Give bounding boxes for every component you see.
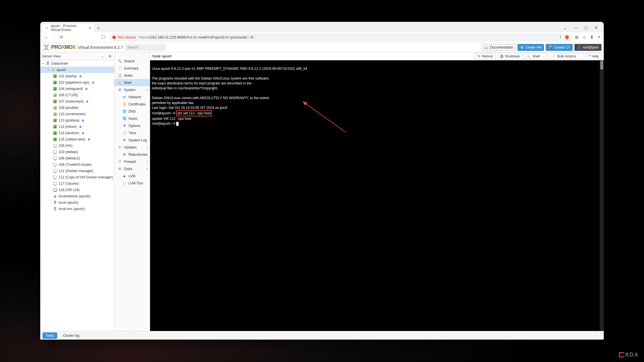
- vm-icon: [53, 188, 57, 191]
- tree-item[interactable]: 109 (ansible): [40, 105, 114, 111]
- tree-item-label: Datacenter: [51, 61, 68, 66]
- tree-item-label: 106 (debian2): [59, 156, 80, 160]
- menu-item-icon: 🕐: [122, 131, 126, 135]
- menu-item-label: Search: [124, 59, 135, 63]
- global-search-input[interactable]: Search: [125, 44, 166, 51]
- config-menu-item[interactable]: ⟳Updates▾: [114, 144, 150, 151]
- proxmox-favicon: [45, 26, 49, 30]
- tree-item-label: localnetwork (ayush): [59, 194, 90, 198]
- annotation-arrow: [302, 101, 354, 141]
- config-menu-item[interactable]: ⊞Repositories: [114, 151, 150, 158]
- tree-item-label: 109 (ansible): [59, 106, 78, 110]
- tree-item-label: 113 (grafana): [59, 118, 79, 122]
- config-menu-item[interactable]: ■LVM: [114, 172, 150, 180]
- menu-item-label: Disks: [124, 167, 132, 171]
- tree-item[interactable]: 115 (tandoor): [40, 130, 114, 136]
- config-menu-item[interactable]: ≣System Log: [114, 136, 150, 144]
- container-icon: [53, 106, 57, 109]
- config-menu-item[interactable]: □LVM-Thin: [114, 180, 150, 187]
- tree-item[interactable]: 114 (trilium): [40, 124, 114, 130]
- tree-item-label: 102 (paperless-ngx): [59, 80, 89, 84]
- tree-item[interactable]: 118 (VM 118): [40, 187, 114, 193]
- tree-item-label: 100 (HA): [59, 144, 72, 148]
- prompt-line: root@ayush:~# qm set 112 --cpu host: [152, 111, 212, 115]
- config-menu-item[interactable]: 🌐DNS: [114, 108, 150, 115]
- tree-item[interactable]: 112 (Copy-of-VM-Docker-manager): [40, 174, 114, 180]
- menu-item-label: LVM-Thin: [129, 181, 143, 185]
- back-button[interactable]: ‹: [43, 35, 50, 40]
- container-icon: [53, 138, 57, 141]
- tree-item[interactable]: 110 (zoneminder): [40, 111, 114, 117]
- tree-item[interactable]: 108 (TrueNAS-Scale): [40, 161, 114, 168]
- forward-button[interactable]: ›: [50, 35, 57, 40]
- cursor: [176, 122, 179, 126]
- tree-item[interactable]: 117 (Ubuntu): [40, 180, 114, 187]
- menu-item-icon: □: [122, 182, 126, 185]
- config-menu-item[interactable]: 📋Notes: [114, 72, 150, 79]
- tree-item[interactable]: 🗄local-lvm (ayush): [40, 206, 114, 212]
- menu-item-icon: ⊟: [118, 167, 122, 171]
- resource-tree-panel: Server View ⌄⚙ ▾🗄Datacenter▾🖥ayush101 (d…: [40, 52, 114, 234]
- tree-item[interactable]: 100 (HA): [40, 143, 114, 149]
- container-icon: [53, 74, 57, 78]
- tree-item[interactable]: ▾🗄Datacenter: [40, 60, 114, 67]
- tree-item[interactable]: 106 (debian2): [40, 155, 114, 161]
- tree-item-label: 114 (trilium): [59, 125, 77, 129]
- tree-item[interactable]: 113 (grafana): [40, 117, 114, 124]
- tree-item-label: 115 (tandoor): [59, 131, 79, 135]
- menu-item-label: Network: [129, 95, 141, 99]
- menu-item-icon: ■: [122, 174, 126, 178]
- gear-icon[interactable]: ⚙: [106, 54, 112, 58]
- menu-item-icon: 📋: [118, 74, 122, 77]
- menu-item-icon: 🛡: [118, 160, 122, 163]
- config-menu-item[interactable]: 🔍Search: [114, 57, 150, 65]
- tree-item[interactable]: ⊞localnetwork (ayush): [40, 193, 114, 199]
- config-menu-item[interactable]: ⚙Options: [114, 122, 150, 129]
- config-menu-item[interactable]: ⊟Disks▾: [114, 165, 150, 172]
- menu-item-icon: 📄: [118, 66, 122, 70]
- vm-icon: [53, 157, 57, 160]
- tree-item-label: local (ayush): [59, 201, 78, 205]
- status-dot: [82, 120, 84, 122]
- tree-item[interactable]: ▾🖥ayush: [40, 67, 114, 73]
- new-tab-button[interactable]: ＋: [94, 24, 102, 32]
- resource-tree: ▾🗄Datacenter▾🖥ayush101 (dashy)102 (paper…: [40, 60, 114, 234]
- status-dot: [79, 126, 81, 128]
- tree-item[interactable]: 104 (wireguard): [40, 86, 114, 92]
- browser-tab[interactable]: ayush - Proxmox Virtual Enviro ✕: [43, 24, 94, 32]
- config-menu-item[interactable]: 🕐Time: [114, 129, 150, 136]
- tree-item[interactable]: 102 (paperless-ngx): [40, 79, 114, 86]
- network-icon: ⊞: [53, 195, 57, 198]
- tree-item-label: 116 (calibre-web): [59, 137, 85, 141]
- config-menu-item[interactable]: 📜Certificates: [114, 101, 150, 108]
- status-dot: [85, 88, 87, 90]
- tree-item[interactable]: 103 (debian): [40, 149, 114, 155]
- config-menu-item[interactable]: 🌐Hosts: [114, 115, 150, 122]
- menu-item-label: Summary: [124, 66, 139, 70]
- config-menu-item[interactable]: ⇄Network: [114, 93, 150, 101]
- tree-item[interactable]: 107 (motioneye): [40, 98, 114, 105]
- tree-item[interactable]: 101 (dashy): [40, 73, 114, 79]
- tree-item-label: 101 (dashy): [59, 74, 77, 78]
- reload-button[interactable]: ⟳: [57, 34, 65, 40]
- tree-item[interactable]: 111 (Docker-manager): [40, 168, 114, 174]
- terminal[interactable]: Linux ayush 6.8.12-2-pve #1 SMP PREEMPT_…: [150, 60, 419, 234]
- tree-view-selector[interactable]: Server View ⌄⚙: [40, 52, 114, 60]
- address-bar[interactable]: ! Not secure https://192.168.31.225:8006…: [109, 33, 419, 41]
- vm-icon: [53, 176, 57, 179]
- tree-item[interactable]: 116 (calibre-web): [40, 136, 114, 143]
- tree-item-label: 117 (Ubuntu): [59, 182, 79, 186]
- config-menu-item[interactable]: 🛡Firewall▾: [114, 158, 150, 165]
- bookmark-icon[interactable]: ☐: [99, 34, 107, 40]
- config-menu-item[interactable]: ⚙System▾: [114, 86, 150, 93]
- close-tab-icon[interactable]: ✕: [89, 26, 91, 30]
- config-menu-item[interactable]: 📄Summary: [114, 65, 150, 72]
- status-dot: [86, 101, 88, 103]
- tab-title: ayush - Proxmox Virtual Enviro: [51, 24, 86, 32]
- scroll-up-icon[interactable]: ︿: [114, 52, 150, 57]
- proxmox-logo[interactable]: PROXMOX: [43, 44, 76, 51]
- config-menu-item[interactable]: >_Shell: [114, 79, 150, 86]
- status-dot: [88, 138, 90, 140]
- tree-item[interactable]: 🗄local (ayush): [40, 199, 114, 206]
- tree-item[interactable]: 105 (CT105): [40, 92, 114, 98]
